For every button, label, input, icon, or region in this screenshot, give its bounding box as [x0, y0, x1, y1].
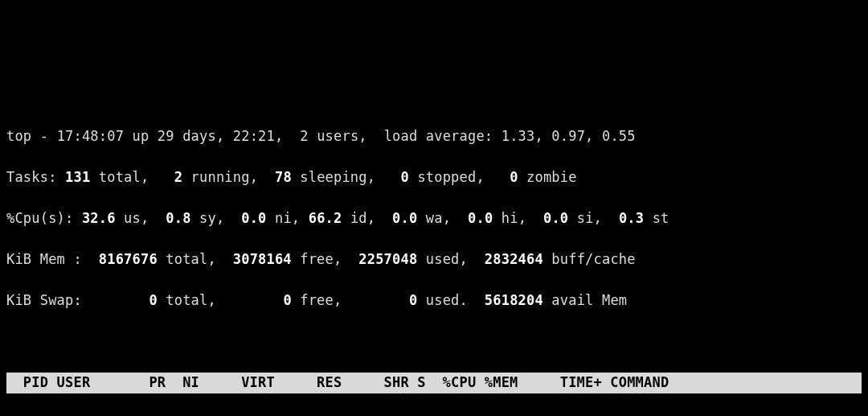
cpu-st: 0.3: [619, 210, 644, 226]
cpu-si: 0.0: [543, 210, 568, 226]
swap-total: 0: [149, 292, 157, 308]
top-label: top: [6, 128, 31, 144]
terminal-top-output[interactable]: top - 17:48:07 up 29 days, 22:21, 2 user…: [0, 103, 868, 417]
cpu-line: %Cpu(s): 32.6 us, 0.8 sy, 0.0 ni, 66.2 i…: [6, 208, 862, 229]
mem-line: KiB Mem : 8167676 total, 3078164 free, 2…: [6, 249, 862, 270]
cpu-wa: 0.0: [392, 210, 417, 226]
blank-line: [6, 332, 862, 352]
tasks-total: 131: [65, 169, 90, 185]
swap-avail: 5618204: [485, 292, 543, 308]
mem-free: 3078164: [233, 251, 292, 267]
time: 17:48:07: [57, 128, 124, 144]
user-count: 2: [300, 128, 308, 144]
tasks-running: 2: [174, 169, 182, 185]
cpu-hi: 0.0: [468, 210, 493, 226]
uptime: 29 days, 22:21: [158, 128, 275, 144]
mem-used: 2257048: [358, 251, 417, 267]
swap-line: KiB Swap: 0 total, 0 free, 0 used. 56182…: [6, 290, 862, 311]
swap-used: 0: [409, 292, 417, 308]
tasks-sleeping: 78: [275, 169, 292, 185]
cpu-ni: 0.0: [241, 210, 266, 226]
cpu-id: 66.2: [309, 210, 342, 226]
mem-buff: 2832464: [485, 251, 543, 267]
cpu-us: 32.6: [82, 210, 116, 226]
load-average: 1.33, 0.97, 0.55: [502, 128, 636, 144]
tasks-zombie: 0: [510, 169, 518, 185]
tasks-stopped: 0: [401, 169, 409, 185]
process-table-header[interactable]: PID USER PR NI VIRT RES SHR S %CPU %MEM …: [6, 373, 862, 393]
cpu-sy: 0.8: [166, 210, 190, 226]
swap-free: 0: [283, 292, 291, 308]
tasks-line: Tasks: 131 total, 2 running, 78 sleeping…: [6, 167, 862, 188]
summary-line: top - 17:48:07 up 29 days, 22:21, 2 user…: [6, 126, 862, 147]
mem-total: 8167676: [99, 251, 158, 267]
